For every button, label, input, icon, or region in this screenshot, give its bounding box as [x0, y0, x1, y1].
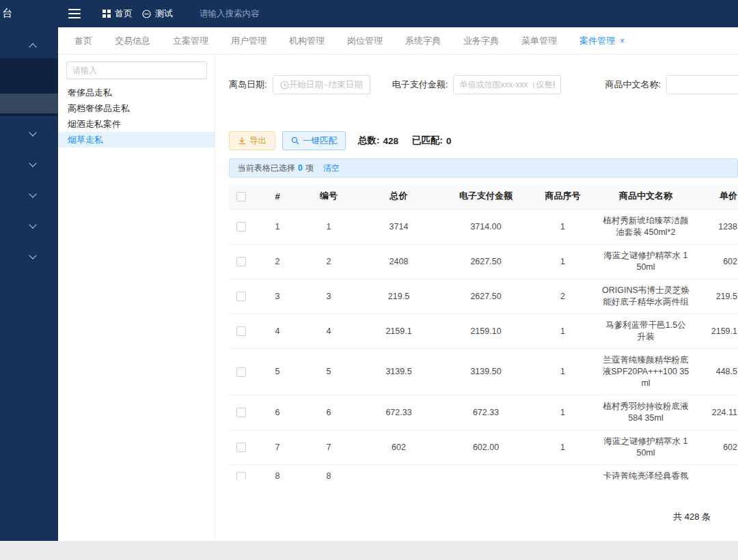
- cell-epay: 2627.50: [441, 279, 530, 314]
- pagination-total: 共 428 条: [673, 511, 711, 523]
- tree-item-奢侈品走私[interactable]: 奢侈品走私: [58, 85, 215, 100]
- cell-epay: 672.33: [441, 395, 530, 430]
- col-header-total: 总价: [356, 183, 441, 210]
- pagination-bar: 共 428 条: [229, 511, 738, 523]
- row-checkbox[interactable]: [236, 292, 246, 301]
- clock-icon: [280, 81, 289, 89]
- cell-name: 植村秀新琥珀臻萃洁颜油套装 450ml*2: [595, 210, 696, 244]
- one-click-match-button[interactable]: 一键匹配: [282, 131, 346, 150]
- tree-item-高档奢侈品走私[interactable]: 高档奢侈品走私: [58, 100, 215, 116]
- bottom-strip: [0, 541, 738, 560]
- export-button-label: 导出: [249, 135, 266, 147]
- select-all-checkbox[interactable]: [236, 192, 246, 201]
- sidebar-selected-item[interactable]: [0, 94, 58, 113]
- cell-total: 2159.1: [356, 314, 441, 349]
- alert-count: 0: [298, 163, 303, 173]
- tab-系统字典[interactable]: 系统字典: [405, 27, 441, 55]
- name-filter-input[interactable]: [666, 75, 738, 94]
- chevron-down-icon[interactable]: [29, 221, 36, 228]
- cell-name: 马爹利蓝带干邑1.5公升装: [595, 314, 696, 349]
- tab-active-label: 案件管理: [579, 35, 615, 47]
- topnav-test[interactable]: 测试: [142, 0, 173, 27]
- row-checkbox[interactable]: [236, 472, 246, 479]
- clear-selection-link[interactable]: 清空: [323, 163, 340, 174]
- tree-item-烟酒走私案件[interactable]: 烟酒走私案件: [58, 116, 215, 132]
- cell-unit: 1238: [696, 210, 738, 244]
- cell-index: 1: [254, 210, 301, 244]
- tab-交易信息[interactable]: 交易信息: [115, 27, 150, 55]
- top-bar: 台 首页 测试: [0, 0, 738, 27]
- row-checkbox[interactable]: [236, 367, 246, 377]
- chevron-down-icon[interactable]: [29, 251, 36, 259]
- total-value: 428: [383, 136, 399, 146]
- tab-bar: 首页交易信息立案管理用户管理机构管理岗位管理系统字典业务字典菜单管理案件管理×: [58, 27, 738, 55]
- tab-机构管理[interactable]: 机构管理: [289, 27, 325, 55]
- amount-filter-input[interactable]: [453, 75, 561, 94]
- date-separator: -: [325, 80, 327, 89]
- table-row: 442159.12159.101马爹利蓝带干邑1.5公升装2159.1: [229, 314, 738, 349]
- col-header-no: 编号: [301, 183, 356, 210]
- cell-unit: [696, 465, 738, 480]
- total-label: 总数:: [358, 135, 380, 147]
- chevron-down-icon[interactable]: [29, 128, 36, 136]
- table-row: 77602602.001海蓝之谜修护精萃水 150ml602: [229, 430, 738, 465]
- cell-epay: 2159.10: [441, 314, 530, 349]
- chevron-down-icon[interactable]: [29, 159, 36, 167]
- col-header-name: 商品中文名称: [595, 183, 696, 210]
- chevron-down-icon[interactable]: [29, 190, 36, 197]
- cell-index: 4: [254, 314, 301, 349]
- global-search-input[interactable]: [200, 5, 350, 22]
- matched-value: 0: [446, 136, 452, 146]
- row-checkbox[interactable]: [236, 408, 246, 417]
- alert-prefix: 当前表格已选择: [238, 163, 295, 174]
- cell-seq: 1: [530, 314, 595, 349]
- hamburger-icon[interactable]: [68, 9, 81, 18]
- cell-name: ORIGINS韦博士灵芝焕能好底子精华水两件组: [595, 279, 696, 314]
- tab-立案管理[interactable]: 立案管理: [173, 27, 208, 55]
- row-checkbox[interactable]: [236, 257, 246, 266]
- cell-seq: 1: [530, 395, 595, 430]
- cell-no: 1: [301, 210, 356, 244]
- date-range-picker[interactable]: 开始日期 - 结束日期: [273, 75, 370, 94]
- grid-icon: [102, 10, 111, 18]
- cell-index: 8: [254, 465, 301, 480]
- cell-index: 5: [254, 349, 301, 395]
- cell-unit: 602: [696, 244, 738, 279]
- tab-用户管理[interactable]: 用户管理: [231, 27, 266, 55]
- date-end-placeholder: 结束日期: [329, 79, 363, 91]
- cell-seq: 1: [530, 349, 595, 395]
- tree-item-烟草走私[interactable]: 烟草走私: [58, 132, 215, 148]
- cell-seq: 1: [530, 244, 595, 279]
- export-button[interactable]: 导出: [229, 131, 275, 150]
- cell-total: 3139.5: [356, 349, 441, 395]
- amount-filter-label: 电子支付金额:: [392, 79, 448, 91]
- cell-no: 2: [301, 244, 356, 279]
- cell-index: 6: [254, 395, 301, 430]
- search-icon: [291, 137, 299, 145]
- cell-total: 2408: [356, 244, 441, 279]
- cell-total: 219.5: [356, 279, 441, 314]
- table-row: 553139.53139.501兰蔻菁纯臻颜精华粉底液SPF20PA+++100…: [229, 349, 738, 395]
- tab-岗位管理[interactable]: 岗位管理: [347, 27, 383, 55]
- tab-菜单管理[interactable]: 菜单管理: [521, 27, 557, 55]
- close-icon[interactable]: ×: [620, 36, 625, 46]
- category-list: 奢侈品走私高档奢侈品走私烟酒走私案件烟草走私: [58, 85, 215, 148]
- row-checkbox[interactable]: [236, 326, 246, 336]
- col-header-unit: 单价: [696, 183, 738, 210]
- row-checkbox[interactable]: [236, 443, 246, 452]
- row-checkbox[interactable]: [236, 222, 246, 232]
- cell-no: 7: [301, 430, 356, 465]
- topnav-home[interactable]: 首页: [102, 0, 133, 27]
- tab-active[interactable]: 案件管理×: [579, 27, 625, 55]
- cell-index: 2: [254, 244, 301, 279]
- tab-首页[interactable]: 首页: [74, 27, 92, 55]
- category-search-input[interactable]: [66, 61, 207, 79]
- col-header-seq: 商品序号: [530, 183, 595, 210]
- cell-unit: 2159.1: [696, 314, 738, 349]
- results-table-container[interactable]: #编号总价电子支付金额商品序号商品中文名称单价 1137143714.001植村…: [229, 183, 738, 479]
- cell-no: 4: [301, 314, 356, 349]
- logo-text: 台: [2, 7, 12, 20]
- chevron-up-icon[interactable]: [29, 43, 36, 51]
- tab-业务字典[interactable]: 业务字典: [463, 27, 499, 55]
- cell-no: 5: [301, 349, 356, 395]
